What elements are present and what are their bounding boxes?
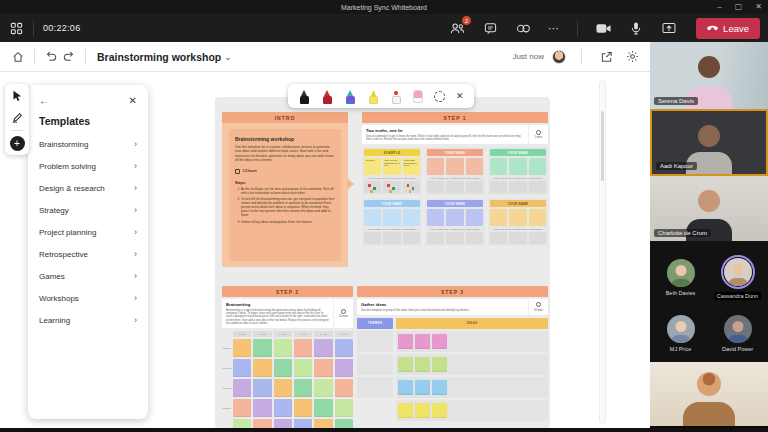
vote-box[interactable] bbox=[509, 232, 526, 244]
step1-name-column[interactable]: YOUR NAME Vote on which one you think is… bbox=[362, 198, 422, 246]
leave-button[interactable]: Leave bbox=[696, 18, 760, 39]
galaxy-pen-tool[interactable] bbox=[344, 88, 356, 104]
step1-name-column[interactable]: YOUR NAME Vote on which one you think is… bbox=[425, 147, 485, 195]
template-category-item[interactable]: Problem solving › bbox=[39, 155, 137, 177]
sticky-note[interactable] bbox=[398, 380, 413, 395]
theme-placeholder[interactable] bbox=[357, 377, 393, 398]
name-header[interactable]: NAME bbox=[233, 331, 251, 337]
sticky-note[interactable] bbox=[253, 399, 271, 417]
vote-box[interactable] bbox=[466, 181, 483, 193]
sticky-note[interactable] bbox=[335, 379, 353, 397]
black-pen-tool[interactable] bbox=[298, 88, 310, 104]
redo-icon[interactable] bbox=[60, 48, 78, 66]
template-category-item[interactable]: Retrospective › bbox=[39, 243, 137, 265]
vote-box[interactable] bbox=[427, 232, 444, 244]
template-board[interactable]: INTRO Brainstorming workshop Use this te… bbox=[215, 97, 550, 428]
settings-gear-icon[interactable] bbox=[623, 48, 641, 66]
participant-avatar-cell[interactable]: Beth Davies bbox=[652, 247, 709, 308]
sticky-note[interactable] bbox=[335, 419, 353, 428]
participant-video-tile[interactable]: Aadi Kapoor bbox=[650, 109, 768, 176]
share-screen-icon[interactable] bbox=[661, 20, 677, 36]
sticky-note[interactable] bbox=[233, 379, 251, 397]
vote-box[interactable] bbox=[490, 232, 507, 244]
sticky-note[interactable] bbox=[314, 419, 332, 428]
template-category-item[interactable]: Workshops › bbox=[39, 287, 137, 309]
step1-name-column[interactable]: YOUR NAME Vote on which one you think is… bbox=[425, 198, 485, 246]
sticky-note[interactable] bbox=[432, 380, 447, 395]
ideas-row[interactable] bbox=[396, 377, 548, 398]
sticky-note[interactable] bbox=[383, 209, 400, 226]
name-header[interactable]: NAME bbox=[274, 331, 292, 337]
sticky-note[interactable] bbox=[415, 380, 430, 395]
add-content-button[interactable]: + bbox=[10, 136, 25, 151]
more-options-icon[interactable]: ⋯ bbox=[548, 23, 560, 33]
board-title[interactable]: Brainstorming workshop bbox=[97, 51, 221, 63]
vote-box[interactable] bbox=[403, 232, 420, 244]
sticky-note[interactable] bbox=[233, 419, 251, 428]
sticky-note[interactable] bbox=[415, 334, 430, 349]
ideas-row[interactable] bbox=[396, 331, 548, 352]
sticky-note[interactable]: Write your two truths and one lie here bbox=[383, 158, 400, 175]
sticky-note[interactable] bbox=[314, 379, 332, 397]
name-header[interactable]: NAME bbox=[253, 331, 271, 337]
vote-box[interactable] bbox=[446, 232, 463, 244]
vote-box[interactable] bbox=[403, 181, 420, 193]
close-ink-toolbar-icon[interactable]: ✕ bbox=[456, 91, 464, 101]
participant-avatar-cell[interactable]: MJ Price bbox=[652, 308, 709, 361]
sticky-note[interactable] bbox=[233, 339, 251, 357]
ideas-row[interactable] bbox=[396, 400, 548, 421]
vote-box[interactable] bbox=[446, 181, 463, 193]
sticky-note[interactable] bbox=[314, 399, 332, 417]
sticky-note[interactable] bbox=[432, 403, 447, 418]
vote-box[interactable] bbox=[466, 232, 483, 244]
sticky-note[interactable] bbox=[335, 339, 353, 357]
sticky-note[interactable] bbox=[274, 339, 292, 357]
sticky-note[interactable] bbox=[509, 158, 526, 175]
window-close-button[interactable]: ✕ bbox=[755, 0, 762, 14]
chevron-down-icon[interactable]: ⌄ bbox=[224, 52, 232, 62]
back-icon[interactable]: ← bbox=[39, 95, 49, 106]
sticky-note[interactable] bbox=[274, 379, 292, 397]
vote-box[interactable] bbox=[509, 181, 526, 193]
sticky-note[interactable] bbox=[432, 334, 447, 349]
step1-name-column[interactable]: EXAMPLE Your name Write your two truths … bbox=[362, 147, 422, 195]
mic-icon[interactable] bbox=[628, 20, 644, 36]
sticky-note[interactable] bbox=[294, 359, 312, 377]
intro-panel[interactable]: INTRO Brainstorming workshop Use this te… bbox=[222, 112, 348, 267]
sticky-note[interactable] bbox=[274, 419, 292, 428]
participants-icon[interactable]: 2 bbox=[449, 20, 465, 36]
sticky-note[interactable] bbox=[490, 209, 507, 226]
step1-panel[interactable]: STEP 1 Two truths, one lie Use an icebre… bbox=[362, 112, 548, 272]
sticky-note[interactable] bbox=[446, 209, 463, 226]
maximize-button[interactable]: ▢ bbox=[735, 0, 743, 14]
sticky-note[interactable] bbox=[253, 419, 271, 428]
template-category-item[interactable]: Games › bbox=[39, 265, 137, 287]
sticky-note[interactable] bbox=[314, 339, 332, 357]
apps-grid-icon[interactable] bbox=[8, 20, 24, 36]
step1-name-column[interactable]: YOUR NAME Vote on which one you think is… bbox=[488, 198, 548, 246]
participant-avatar-cell[interactable]: Cassandra Dunn bbox=[709, 247, 766, 308]
lasso-select-tool[interactable] bbox=[434, 91, 445, 102]
sticky-note[interactable] bbox=[427, 209, 444, 226]
vote-box[interactable] bbox=[529, 181, 546, 193]
template-category-item[interactable]: Strategy › bbox=[39, 199, 137, 221]
vote-box[interactable] bbox=[364, 181, 381, 193]
minimize-button[interactable]: – bbox=[717, 0, 721, 14]
sticky-note[interactable] bbox=[427, 158, 444, 175]
name-header[interactable]: NAME bbox=[335, 331, 353, 337]
participant-video-tile[interactable]: Serena Davis bbox=[650, 42, 768, 109]
sticky-note[interactable] bbox=[253, 379, 271, 397]
sticky-note[interactable] bbox=[253, 359, 271, 377]
sticky-note[interactable] bbox=[509, 209, 526, 226]
sticky-note[interactable] bbox=[335, 399, 353, 417]
sticky-note[interactable] bbox=[253, 339, 271, 357]
sticky-note[interactable] bbox=[233, 359, 251, 377]
sticky-note[interactable] bbox=[294, 419, 312, 428]
sticky-note[interactable] bbox=[274, 399, 292, 417]
sticky-note[interactable] bbox=[398, 357, 413, 372]
rooms-icon[interactable] bbox=[515, 20, 531, 36]
canvas-scrollbar[interactable] bbox=[599, 80, 606, 424]
template-category-item[interactable]: Learning › bbox=[39, 309, 137, 331]
sticky-note[interactable] bbox=[490, 158, 507, 175]
sticky-note[interactable] bbox=[466, 209, 483, 226]
